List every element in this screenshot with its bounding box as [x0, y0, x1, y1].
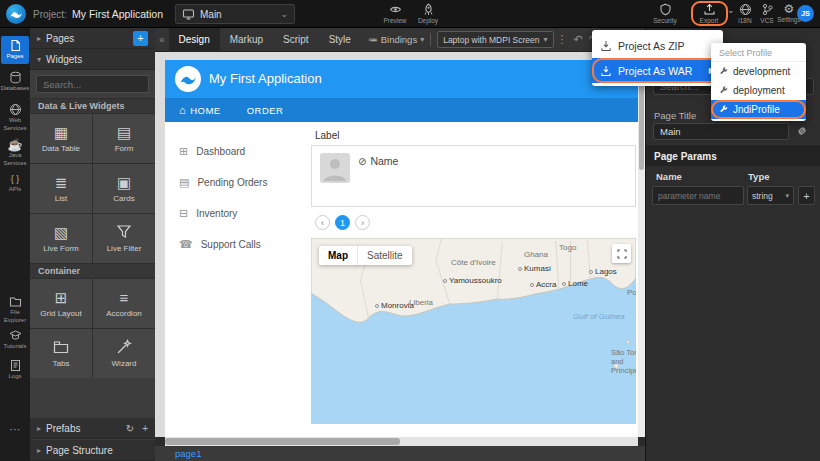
- device-selector-dropdown[interactable]: Laptop with MDPI Screen ▾: [437, 31, 553, 48]
- widget-cards[interactable]: ▣ Cards: [93, 164, 155, 213]
- map-button[interactable]: Map: [319, 246, 357, 265]
- menu-item-project-as-zip[interactable]: Project As ZIP: [592, 33, 723, 58]
- wavemaker-logo[interactable]: [6, 4, 26, 24]
- tab-markup[interactable]: Markup: [220, 28, 273, 52]
- satellite-button[interactable]: Satellite: [357, 246, 412, 265]
- more-icon[interactable]: ⋯: [0, 423, 30, 436]
- widget-live-filter[interactable]: Live Filter: [93, 214, 155, 263]
- rail-item-databases[interactable]: Databases: [1, 68, 29, 96]
- map-label-port: Port: [627, 288, 636, 297]
- main-canvas-area: « Design Markup Script Style ≔ Bindings …: [155, 28, 645, 461]
- city-dot-icon: [518, 267, 522, 271]
- add-page-button[interactable]: +: [133, 31, 148, 46]
- scrollbar-thumb[interactable]: [165, 438, 400, 445]
- widget-wizard[interactable]: Wizard: [93, 329, 155, 378]
- widget-tabs[interactable]: Tabs: [30, 329, 92, 378]
- list-icon: ≣: [55, 175, 68, 190]
- menu-item-pending-orders[interactable]: ▤ Pending Orders: [165, 167, 307, 198]
- rail-item-java-services[interactable]: ☕ Java Services: [1, 136, 29, 170]
- person-icon: [320, 153, 350, 183]
- widget-search-input[interactable]: [36, 75, 149, 93]
- bindings-icon: ≔: [368, 34, 378, 45]
- widget-data-table[interactable]: ▦ Data Table: [30, 114, 92, 163]
- widget-live-form[interactable]: ▧ Live Form: [30, 214, 92, 263]
- menu-item-jndiprofile[interactable]: JndiProfile: [711, 100, 806, 119]
- map-label-lagos: Lagos: [589, 267, 617, 276]
- monitor-icon: [182, 8, 195, 21]
- tab-script[interactable]: Script: [273, 28, 319, 52]
- param-type-select[interactable]: string ▾: [747, 186, 794, 205]
- pages-section-header[interactable]: ▸ Pages +: [30, 28, 155, 49]
- tab-design[interactable]: Design: [169, 28, 220, 52]
- page-title-label: Page Title: [654, 110, 696, 121]
- prev-page-button[interactable]: ‹: [315, 215, 330, 230]
- select-profile-header: Select Profile: [711, 45, 806, 62]
- menu-item-development[interactable]: development: [711, 62, 806, 81]
- bind-link-icon[interactable]: [795, 124, 809, 142]
- prefabs-section-header[interactable]: ▸ Prefabs ↻ +: [30, 418, 155, 439]
- rail-item-pages[interactable]: Pages: [1, 36, 29, 64]
- google-map[interactable]: Map Satellite Sierra Leone Monrovia Libe…: [311, 238, 636, 424]
- export-button[interactable]: Export: [692, 3, 726, 24]
- canvas-horizontal-scrollbar[interactable]: [165, 437, 638, 446]
- param-name-input[interactable]: [652, 186, 744, 205]
- menu-item-inventory[interactable]: ⊟ Inventory: [165, 198, 307, 229]
- app-content: Label ⊘ Name ‹ 1 ›: [307, 122, 638, 437]
- list-card[interactable]: ⊘ Name: [311, 145, 636, 207]
- current-page-button[interactable]: 1: [335, 215, 350, 230]
- menu-item-support-calls[interactable]: ☎ Support Calls: [165, 229, 307, 260]
- app-side-menu: ⊞ Dashboard ▤ Pending Orders ⊟ Inventory…: [165, 122, 307, 437]
- kebab-menu-icon[interactable]: ⋮: [554, 33, 571, 46]
- widgets-section-header[interactable]: ▾ Widgets: [30, 49, 155, 70]
- menu-item-dashboard[interactable]: ⊞ Dashboard: [165, 136, 307, 167]
- widget-accordion[interactable]: ≡ Accordion: [93, 279, 155, 328]
- deploy-button[interactable]: Deploy: [411, 3, 445, 24]
- wave-icon: [175, 66, 201, 92]
- app-logo[interactable]: [175, 66, 201, 92]
- folder-icon: [9, 295, 22, 308]
- tabs-icon: [53, 339, 69, 355]
- city-dot-icon: [375, 304, 379, 308]
- add-prefab-icon[interactable]: +: [142, 423, 148, 434]
- page-tab-page1[interactable]: page1: [175, 448, 201, 459]
- inventory-icon: ⊟: [179, 207, 188, 220]
- security-button[interactable]: Security: [648, 3, 682, 24]
- nav-item-order[interactable]: ORDER: [247, 105, 284, 116]
- refresh-icon[interactable]: ↻: [126, 423, 134, 434]
- canvas-vertical-scrollbar[interactable]: [638, 52, 645, 437]
- menu-item-deployment[interactable]: deployment: [711, 81, 806, 100]
- bindings-dropdown[interactable]: ≔ Bindings ▾: [368, 34, 424, 45]
- page-selector-dropdown[interactable]: Main ⌄: [175, 4, 295, 24]
- rail-item-logs[interactable]: Logs: [1, 356, 29, 384]
- user-avatar[interactable]: JS: [797, 5, 814, 22]
- page-structure-section-header[interactable]: ▸ Page Structure: [30, 440, 155, 461]
- param-type-column-header: Type: [748, 171, 769, 182]
- map-label-sao-tome: São Tomé and Príncipe: [611, 348, 636, 375]
- rail-item-apis[interactable]: { } APIs: [1, 170, 29, 197]
- collapse-left-icon[interactable]: «: [155, 34, 169, 45]
- add-param-button[interactable]: +: [798, 186, 815, 205]
- java-cup-icon: ☕: [8, 139, 23, 151]
- widget-list[interactable]: ≣ List: [30, 164, 92, 213]
- home-icon: ⌂: [179, 104, 186, 116]
- widget-grid-layout[interactable]: ⊞ Grid Layout: [30, 279, 92, 328]
- dashboard-icon: ⊞: [179, 145, 188, 158]
- rail-item-file-explorer[interactable]: File Explorer: [1, 292, 29, 327]
- tab-style[interactable]: Style: [319, 28, 361, 52]
- grid-layout-icon: ⊞: [55, 290, 68, 305]
- next-page-button[interactable]: ›: [355, 215, 370, 230]
- project-name: My First Application: [72, 8, 163, 20]
- widget-form[interactable]: ▤ Form: [93, 114, 155, 163]
- rail-item-tutorials[interactable]: Tutorials: [1, 326, 29, 354]
- menu-item-project-as-war[interactable]: Project As WAR ▶: [592, 58, 723, 83]
- undo-icon[interactable]: ↶: [571, 33, 586, 46]
- preview-button[interactable]: Preview: [378, 3, 412, 24]
- widget-grid-data-live: ▦ Data Table ▤ Form ≣ List ▣ Cards ▧ Liv…: [30, 114, 155, 263]
- left-sidebar: ▸ Pages + ▾ Widgets Data & Live Widgets …: [30, 28, 155, 461]
- nav-item-home[interactable]: ⌂ HOME: [179, 104, 221, 116]
- fullscreen-button[interactable]: [612, 244, 631, 263]
- page-title-input[interactable]: [653, 123, 789, 140]
- rail-item-web-services[interactable]: Web Services: [1, 100, 29, 135]
- project-label: Project:: [33, 9, 67, 20]
- database-icon: [9, 71, 22, 84]
